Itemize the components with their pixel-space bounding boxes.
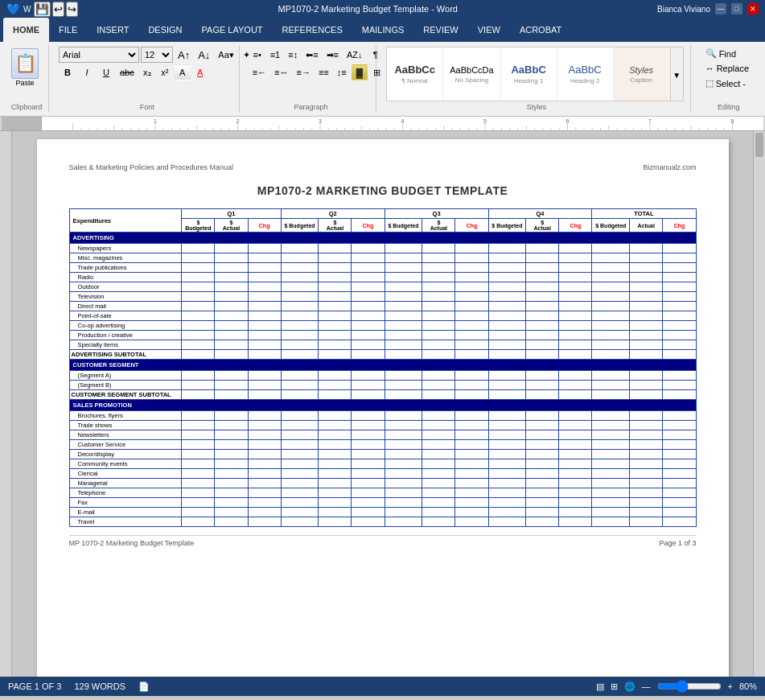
status-right: ▤ ⊞ 🌐 — + 80% xyxy=(596,681,757,692)
find-button[interactable]: 🔍 Find xyxy=(701,47,754,60)
svg-text:4: 4 xyxy=(401,118,405,124)
styles-scroll-btn[interactable]: ▼ xyxy=(670,47,683,101)
view-print-icon[interactable]: ▤ xyxy=(596,681,604,692)
decrease-indent-btn[interactable]: ⬅≡ xyxy=(302,47,321,63)
vertical-ruler xyxy=(0,131,12,677)
table-row: (Segment A) xyxy=(69,371,696,381)
paste-button[interactable]: 📋 Paste xyxy=(8,47,42,89)
shrink-font-btn[interactable]: A↓ xyxy=(195,47,213,63)
ruler: 12345678 xyxy=(0,117,765,131)
q4-chg-header: Chg xyxy=(559,219,592,233)
quick-redo-btn[interactable]: ↪ xyxy=(66,2,78,17)
subscript-btn[interactable]: x₂ xyxy=(139,64,155,80)
table-row: Co-op advertising xyxy=(69,321,696,331)
quick-undo-btn[interactable]: ↩ xyxy=(52,2,64,17)
q4-budgeted-header: $ Budgeted xyxy=(488,219,526,233)
select-button[interactable]: ⬚ Select - xyxy=(701,76,754,90)
zoom-plus-btn[interactable]: + xyxy=(728,681,733,691)
q3-actual-header: $Actual xyxy=(422,219,455,233)
paragraph-group: ≡• ≡1 ≡↕ ⬅≡ ➡≡ AZ↓ ¶ ≡← ≡↔ ≡→ ≡≡ ↕≡ ▓ ⊞ xyxy=(246,45,377,113)
style-heading2-box[interactable]: AaBbC Heading 2 xyxy=(557,47,614,101)
editing-group: 🔍 Find ↔ Replace ⬚ Select - Editing xyxy=(697,45,760,113)
align-left-btn[interactable]: ≡← xyxy=(249,64,269,80)
total-chg-header: Chg xyxy=(663,219,696,233)
window-title: MP1070-2 Marketing Budget Template - Wor… xyxy=(78,4,657,14)
q2-chg-header: Chg xyxy=(352,219,385,233)
document-scroll-area[interactable]: Sales & Marketing Policies and Procedure… xyxy=(12,131,753,677)
tab-references[interactable]: REFERENCES xyxy=(273,18,352,42)
document-page: Sales & Marketing Policies and Procedure… xyxy=(37,139,729,677)
zoom-minus-btn[interactable]: — xyxy=(642,681,651,691)
total-budgeted-header: $ Budgeted xyxy=(592,219,630,233)
font-name-select[interactable]: Arial xyxy=(59,47,139,63)
style-no-spacing-box[interactable]: AaBbCcDa No Spacing xyxy=(443,47,500,101)
minimize-btn[interactable]: — xyxy=(715,3,726,14)
maximize-btn[interactable]: □ xyxy=(731,3,742,14)
show-para-btn[interactable]: ¶ xyxy=(368,47,384,63)
shading-btn[interactable]: ▓ xyxy=(352,64,368,80)
superscript-btn[interactable]: x² xyxy=(157,64,173,80)
multilevel-btn[interactable]: ≡↕ xyxy=(285,47,301,63)
table-row: Misc. magazines xyxy=(69,253,696,263)
font-color-btn[interactable]: A xyxy=(192,64,208,80)
tab-insert[interactable]: INSERT xyxy=(87,18,138,42)
justify-btn[interactable]: ≡≡ xyxy=(315,64,332,80)
tab-mailings[interactable]: MAILINGS xyxy=(352,18,414,42)
sort-btn[interactable]: AZ↓ xyxy=(343,47,366,63)
tab-view[interactable]: VIEW xyxy=(468,18,510,42)
document-footer: MP 1070-2 Marketing Budget Template Page… xyxy=(69,535,697,547)
view-fullscreen-icon[interactable]: ⊞ xyxy=(611,681,618,692)
q4-actual-header: $Actual xyxy=(526,219,559,233)
tab-pagelayout[interactable]: PAGE LAYOUT xyxy=(192,18,273,42)
align-right-btn[interactable]: ≡→ xyxy=(293,64,313,80)
tab-acrobat[interactable]: ACROBAT xyxy=(510,18,571,42)
align-center-btn[interactable]: ≡↔ xyxy=(271,64,291,80)
tab-review[interactable]: REVIEW xyxy=(413,18,467,42)
grow-font-btn[interactable]: A↑ xyxy=(175,47,193,63)
svg-rect-90 xyxy=(0,131,12,677)
tab-home[interactable]: HOME xyxy=(3,18,49,42)
strikethrough-btn[interactable]: abc xyxy=(117,64,138,80)
q2-budgeted-header: $ Budgeted xyxy=(281,219,319,233)
view-web-icon[interactable]: 🌐 xyxy=(624,681,635,692)
q1-header: Q1 xyxy=(182,209,281,219)
svg-text:8: 8 xyxy=(731,118,734,124)
footer-right: Page 1 of 3 xyxy=(659,539,696,547)
ruler-left xyxy=(2,117,42,130)
q2-actual-header: $Actual xyxy=(319,219,352,233)
style-caption-box[interactable]: Styles Caption xyxy=(614,47,670,101)
font-size-select[interactable]: 12 xyxy=(141,47,173,63)
scroll-bar[interactable] xyxy=(753,131,765,677)
change-case-btn[interactable]: Aa▾ xyxy=(215,47,236,63)
increase-indent-btn[interactable]: ➡≡ xyxy=(323,47,342,63)
numbering-btn[interactable]: ≡1 xyxy=(267,47,284,63)
underline-btn[interactable]: U xyxy=(97,64,115,80)
style-normal-box[interactable]: AaBbCc ¶ Normal xyxy=(387,47,443,101)
italic-btn[interactable]: I xyxy=(78,64,96,80)
q3-chg-header: Chg xyxy=(455,219,488,233)
table-row: ADVERTISING SUBTOTAL xyxy=(69,350,696,360)
table-row: E-mail xyxy=(69,508,696,517)
line-spacing-btn[interactable]: ↕≡ xyxy=(334,64,350,80)
table-row: Television xyxy=(69,292,696,302)
proofing-icon: 📄 xyxy=(138,681,150,692)
q1-budgeted-header: $Budgeted xyxy=(182,219,215,233)
quick-save-btn[interactable]: 💾 xyxy=(34,2,51,17)
style-heading1-box[interactable]: AaBbC Heading 1 xyxy=(501,47,557,101)
bullets-btn[interactable]: ≡• xyxy=(249,47,265,63)
table-row: SALES PROMOTION xyxy=(69,400,696,411)
table-row: ADVERTISING xyxy=(69,233,696,244)
table-row: (Segment B) xyxy=(69,381,696,390)
replace-button[interactable]: ↔ Replace xyxy=(701,62,754,75)
close-btn[interactable]: ✕ xyxy=(747,3,759,14)
text-highlight-btn[interactable]: A xyxy=(175,64,191,80)
zoom-slider[interactable] xyxy=(657,681,722,692)
tab-design[interactable]: DESIGN xyxy=(138,18,191,42)
q2-header: Q2 xyxy=(281,209,385,219)
clipboard-group: 📋 Paste Clipboard xyxy=(5,45,49,113)
table-row: Managerial xyxy=(69,479,696,488)
table-row: Telephone xyxy=(69,488,696,498)
bold-btn[interactable]: B xyxy=(59,64,76,80)
table-row: Outdoor xyxy=(69,282,696,292)
tab-file[interactable]: FILE xyxy=(49,18,87,42)
